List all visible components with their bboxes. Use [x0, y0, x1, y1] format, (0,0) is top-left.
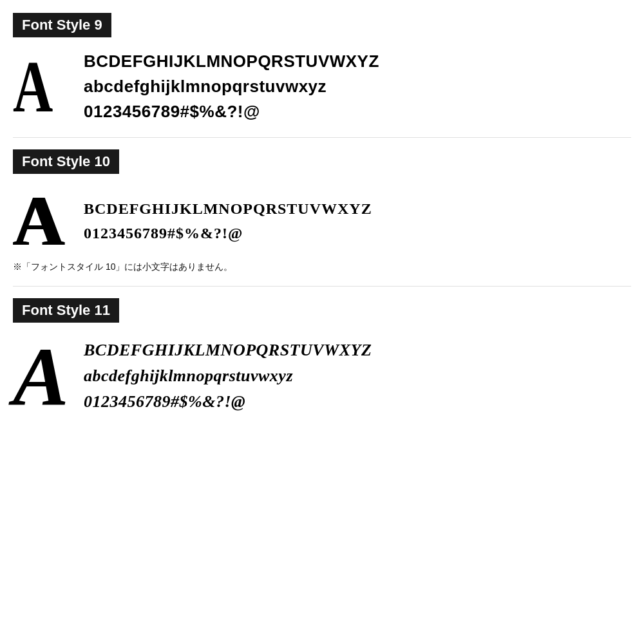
font-style-9-line-3: 0123456789#$%&?!@ — [84, 99, 379, 124]
font-style-9-section: Font Style 9 A BCDEFGHIJKLMNOPQRSTUVWXYZ… — [13, 13, 631, 124]
font-style-10-line-2: 0123456789#$%&?!@ — [84, 221, 372, 245]
font-style-10-note: ※「フォントスタイル 10」には小文字はありません。 — [13, 261, 631, 273]
font-style-11-section: Font Style 11 A BCDEFGHIJKLMNOPQRSTUVWXY… — [13, 298, 631, 418]
font-style-10-line-1: BCDEFGHIJKLMNOPQRSTUVWXYZ — [84, 196, 372, 221]
font-style-9-line-2: abcdefghijklmnopqrstuvwxyz — [84, 74, 379, 99]
font-style-10-demo: A BCDEFGHIJKLMNOPQRSTUVWXYZ 0123456789#$… — [13, 185, 631, 256]
font-style-10-section: Font Style 10 A BCDEFGHIJKLMNOPQRSTUVWXY… — [13, 149, 631, 273]
font-style-10-chars: BCDEFGHIJKLMNOPQRSTUVWXYZ 0123456789#$%&… — [84, 196, 372, 246]
font-style-11-line-1: BCDEFGHIJKLMNOPQRSTUVWXYZ — [84, 337, 372, 363]
font-style-9-line-1: BCDEFGHIJKLMNOPQRSTUVWXYZ — [84, 49, 379, 74]
font-style-11-big-letter: A — [13, 334, 71, 418]
divider-1 — [13, 137, 631, 138]
font-style-9-chars: BCDEFGHIJKLMNOPQRSTUVWXYZ abcdefghijklmn… — [84, 49, 379, 124]
font-style-11-line-2: abcdefghijklmnopqrstuvwxyz — [84, 363, 372, 389]
font-style-9-label: Font Style 9 — [13, 13, 111, 37]
divider-2 — [13, 286, 631, 287]
font-style-11-demo: A BCDEFGHIJKLMNOPQRSTUVWXYZ abcdefghijkl… — [13, 334, 631, 418]
page: Font Style 9 A BCDEFGHIJKLMNOPQRSTUVWXYZ… — [0, 0, 644, 644]
font-style-11-line-3: 0123456789#$%&?!@ — [84, 389, 372, 415]
font-style-11-label: Font Style 11 — [13, 298, 119, 323]
font-style-11-chars: BCDEFGHIJKLMNOPQRSTUVWXYZ abcdefghijklmn… — [84, 337, 372, 415]
font-style-9-big-letter: A — [13, 50, 57, 124]
font-style-9-demo: A BCDEFGHIJKLMNOPQRSTUVWXYZ abcdefghijkl… — [13, 49, 631, 124]
font-style-10-label: Font Style 10 — [13, 149, 119, 174]
font-style-10-big-letter: A — [13, 185, 71, 256]
